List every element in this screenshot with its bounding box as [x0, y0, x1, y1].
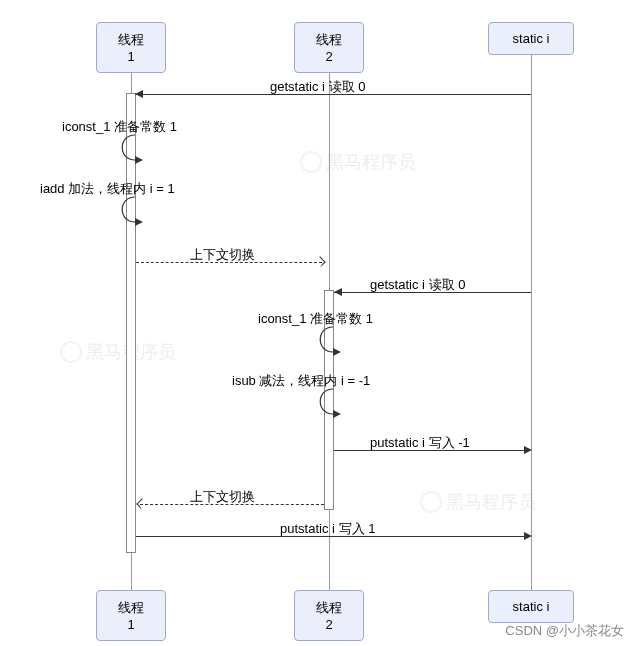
arrow-head-m10	[524, 532, 532, 540]
msg-ctx-switch-2: 上下文切换	[190, 488, 255, 506]
msg-ctx-switch-1: 上下文切换	[190, 246, 255, 264]
arrow-head-m4	[314, 256, 325, 267]
msg-iadd: iadd 加法，线程内 i = 1	[40, 180, 175, 198]
watermark: 黑马程序员	[300, 150, 416, 174]
watermark-text: 黑马程序员	[326, 150, 416, 174]
arrow-head-m5	[334, 288, 342, 296]
watermark-text: 黑马程序员	[446, 490, 536, 514]
participant-static-i-bottom: static i	[488, 590, 574, 623]
svg-marker-0	[135, 156, 143, 164]
msg-putstatic-1: putstatic i 写入 -1	[370, 434, 470, 452]
self-loop-m7	[314, 386, 354, 420]
participant-thread1-top: 线程1	[96, 22, 166, 73]
svg-marker-1	[135, 218, 143, 226]
msg-getstatic-2: getstatic i 读取 0	[370, 276, 465, 294]
self-loop-m3	[116, 194, 156, 228]
svg-marker-3	[333, 410, 341, 418]
credit-text: CSDN @小小茶花女	[505, 622, 624, 640]
msg-iconst-1: iconst_1 准备常数 1	[62, 118, 177, 136]
arrow-head-m1	[135, 90, 143, 98]
participant-thread1-bottom: 线程1	[96, 590, 166, 641]
watermark: 黑马程序员	[420, 490, 536, 514]
participant-thread2-top: 线程2	[294, 22, 364, 73]
msg-iconst-2: iconst_1 准备常数 1	[258, 310, 373, 328]
arrow-head-m9	[136, 498, 147, 509]
msg-getstatic-1: getstatic i 读取 0	[270, 78, 365, 96]
msg-putstatic-2: putstatic i 写入 1	[280, 520, 375, 538]
watermark: 黑马程序员	[60, 340, 176, 364]
participant-thread2-bottom: 线程2	[294, 590, 364, 641]
self-loop-m6	[314, 324, 354, 358]
self-loop-m2	[116, 132, 156, 166]
sequence-diagram: 黑马程序员 黑马程序员 黑马程序员 线程1 线程2 static i 线程1 线…	[0, 0, 636, 646]
lifeline-static-i	[531, 50, 532, 590]
msg-isub: isub 减法，线程内 i = -1	[232, 372, 370, 390]
participant-static-i-top: static i	[488, 22, 574, 55]
arrow-head-m8	[524, 446, 532, 454]
svg-marker-2	[333, 348, 341, 356]
